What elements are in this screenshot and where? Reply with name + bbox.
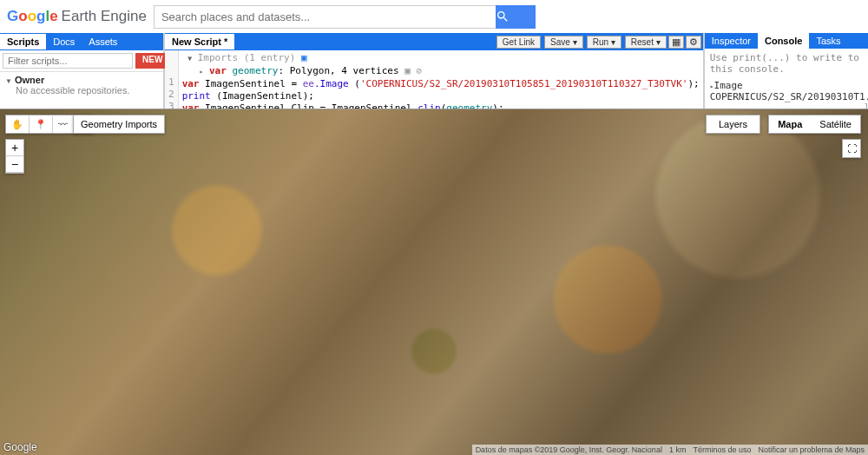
gutter: 1234 xyxy=(165,50,179,109)
scripts-panel: Scripts Docs Assets NEW ▼ Owner No acces… xyxy=(0,33,165,109)
marker-icon[interactable]: 📍 xyxy=(30,116,53,133)
logo: Google Earth Engine xyxy=(7,8,147,25)
gear-icon[interactable]: ⚙ xyxy=(686,36,701,49)
map[interactable]: ✋ 📍 〰 ▱ Geometry Imports Layers Mapa Sat… xyxy=(0,109,868,455)
header: Google Earth Engine xyxy=(0,0,868,33)
tab-tasks[interactable]: Tasks xyxy=(809,33,847,49)
console-body: Use print(...) to write to this console.… xyxy=(705,49,868,115)
search-icon xyxy=(496,10,510,23)
tab-inspector[interactable]: Inspector xyxy=(705,33,758,49)
console-entry[interactable]: Image COPERNICUS/S2_SR/20190310T1... xyxy=(710,80,868,102)
maptype-map[interactable]: Mapa xyxy=(769,116,811,132)
attrib-report[interactable]: Notificar un problema de Maps xyxy=(758,445,865,454)
right-tabs: Inspector Console Tasks xyxy=(705,33,868,49)
apps-icon[interactable]: ▦ xyxy=(668,36,684,49)
layers-button[interactable]: Layers xyxy=(706,115,760,134)
collapse-icon[interactable]: ▼ xyxy=(5,77,12,85)
filter-row: NEW xyxy=(0,50,163,72)
zoom-out-button[interactable]: − xyxy=(6,156,23,173)
left-tabs: Scripts Docs Assets xyxy=(0,33,163,50)
fullscreen-button[interactable]: ⛶ xyxy=(842,139,861,158)
filter-input[interactable] xyxy=(3,53,133,69)
attrib-scale: 1 km xyxy=(669,445,687,454)
attrib-data: Datos de mapas ©2019 Google, Inst. Geogr… xyxy=(476,445,662,454)
reset-button[interactable]: Reset ▾ xyxy=(625,36,667,49)
attrib-terms[interactable]: Términos de uso xyxy=(693,445,751,454)
hand-icon[interactable]: ✋ xyxy=(6,116,30,133)
getlink-button[interactable]: Get Link xyxy=(496,36,541,49)
zoom-control: + − xyxy=(5,139,24,174)
search-input[interactable] xyxy=(154,5,496,29)
script-title[interactable]: New Script * xyxy=(165,34,234,49)
geometry-imports-button[interactable]: Geometry Imports xyxy=(73,115,165,134)
line-icon[interactable]: 〰 xyxy=(53,116,74,132)
maptype-satellite[interactable]: Satélite xyxy=(811,116,860,132)
run-button[interactable]: Run ▾ xyxy=(587,36,621,49)
script-tree: ▼ Owner No accessible repositories. xyxy=(0,72,163,98)
console-hint: Use print(...) to write to this console. xyxy=(710,52,868,75)
panels: Scripts Docs Assets NEW ▼ Owner No acces… xyxy=(0,33,868,109)
editor-toolbar: New Script * Get Link Save ▾ Run ▾ Reset… xyxy=(165,33,703,50)
owner-label: Owner xyxy=(15,75,44,85)
editor-panel: New Script * Get Link Save ▾ Run ▾ Reset… xyxy=(165,33,705,109)
tab-docs[interactable]: Docs xyxy=(46,34,82,49)
attribution: Datos de mapas ©2019 Google, Inst. Geogr… xyxy=(472,445,868,455)
console-panel: Inspector Console Tasks Use print(...) t… xyxy=(705,33,868,109)
tab-assets[interactable]: Assets xyxy=(82,34,124,49)
search-bar xyxy=(154,5,536,29)
google-watermark: Google xyxy=(3,441,37,453)
map-type-toggle: Mapa Satélite xyxy=(768,115,861,134)
code-body[interactable]: ▼ Imports (1 entry) ▣ ▸ var geometry: Po… xyxy=(179,50,703,109)
tab-console[interactable]: Console xyxy=(758,33,809,49)
no-repos-text: No accessible repositories. xyxy=(5,85,158,96)
save-button[interactable]: Save ▾ xyxy=(544,36,583,49)
code-editor[interactable]: 1234 ▼ Imports (1 entry) ▣ ▸ var geometr… xyxy=(165,50,703,109)
search-button[interactable] xyxy=(496,5,536,29)
zoom-in-button[interactable]: + xyxy=(6,140,23,156)
tab-scripts[interactable]: Scripts xyxy=(0,34,46,49)
